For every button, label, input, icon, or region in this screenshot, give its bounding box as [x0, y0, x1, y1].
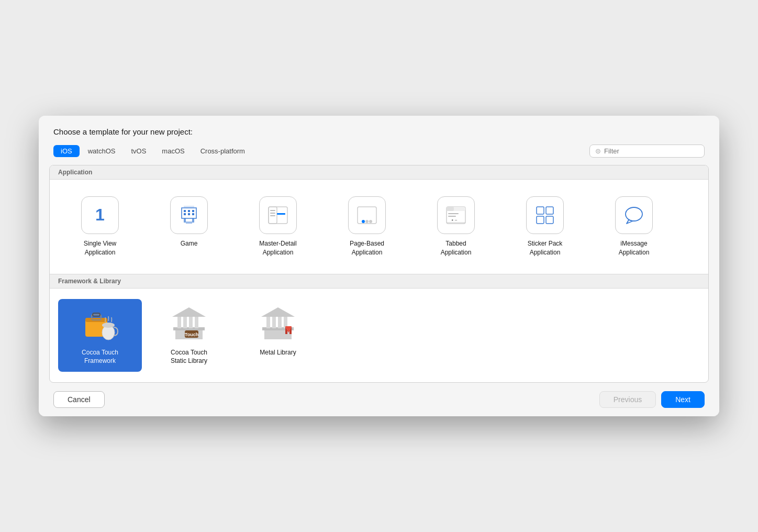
cocoa-fw-label: Cocoa TouchFramework — [82, 348, 118, 366]
template-metal-library[interactable]: Metal Library — [236, 299, 320, 372]
svg-rect-9 — [192, 218, 194, 223]
dialog-footer: Cancel Previous Next — [39, 383, 719, 416]
footer-right: Previous Next — [599, 391, 705, 408]
previous-button[interactable]: Previous — [599, 391, 656, 408]
new-project-dialog: Choose a template for your new project: … — [39, 116, 719, 416]
master-detail-label: Master-DetailApplication — [259, 239, 296, 257]
svg-rect-27 — [448, 213, 459, 214]
template-page-based[interactable]: Page-BasedApplication — [325, 190, 409, 263]
master-detail-icon — [265, 203, 291, 228]
svg-text:•••: ••• — [455, 219, 458, 221]
master-detail-icon-wrap — [259, 196, 297, 234]
svg-rect-4 — [192, 210, 194, 212]
metal-icon-wrap — [259, 305, 297, 343]
imessage-label: iMessageApplication — [619, 239, 650, 257]
game-label: Game — [181, 239, 198, 248]
svg-rect-14 — [270, 210, 275, 211]
cocoa-static-label: Cocoa TouchStatic Library — [171, 348, 207, 366]
svg-point-20 — [369, 220, 372, 223]
tabbed-label: TabbedApplication — [441, 239, 472, 257]
svg-marker-47 — [172, 307, 206, 317]
cocoa-static-icon: Touch — [170, 305, 208, 343]
template-tabbed[interactable]: ★ ••• TabbedApplication — [414, 190, 498, 263]
tabbed-icon-wrap: ★ ••• — [437, 196, 475, 234]
application-grid: 1 Single ViewApplication — [50, 180, 708, 274]
tab-macos[interactable]: macOS — [154, 145, 192, 157]
svg-rect-28 — [448, 216, 456, 217]
framework-section-header: Framework & Library — [50, 274, 708, 289]
tabbed-icon: ★ ••• — [443, 203, 469, 228]
svg-rect-16 — [270, 215, 275, 216]
svg-rect-54 — [278, 317, 282, 328]
sticker-icon — [532, 203, 558, 228]
svg-marker-56 — [261, 307, 295, 317]
svg-marker-34 — [627, 220, 633, 224]
svg-point-18 — [362, 220, 365, 223]
svg-rect-31 — [537, 216, 544, 224]
svg-rect-7 — [192, 213, 194, 215]
tab-watchos[interactable]: watchOS — [81, 145, 123, 157]
svg-text:★: ★ — [451, 218, 454, 221]
tab-cross-platform[interactable]: Cross-platform — [193, 145, 252, 157]
next-button[interactable]: Next — [661, 391, 705, 408]
svg-rect-32 — [546, 216, 553, 224]
svg-rect-8 — [184, 218, 186, 223]
svg-rect-3 — [188, 210, 190, 212]
filter-input[interactable] — [604, 147, 699, 155]
page-based-icon — [354, 203, 380, 228]
application-section-header: Application — [50, 165, 708, 180]
imessage-icon-wrap — [615, 196, 653, 234]
tab-tvos[interactable]: tvOS — [124, 145, 153, 157]
tab-ios[interactable]: iOS — [53, 145, 80, 157]
game-icon-wrap — [170, 196, 208, 234]
svg-rect-2 — [184, 210, 186, 212]
svg-rect-44 — [183, 317, 187, 328]
svg-rect-30 — [546, 207, 553, 214]
page-based-icon-wrap — [348, 196, 386, 234]
imessage-icon — [621, 203, 646, 228]
svg-rect-23 — [447, 207, 454, 211]
cocoa-static-icon-wrap: Touch — [170, 305, 208, 343]
single-view-label: Single ViewApplication — [84, 239, 116, 257]
svg-rect-13 — [277, 213, 285, 215]
metal-icon — [259, 305, 297, 343]
filter-box: ⊜ — [589, 145, 705, 158]
template-sticker-pack[interactable]: Sticker PackApplication — [503, 190, 587, 263]
template-single-view[interactable]: 1 Single ViewApplication — [58, 190, 142, 263]
single-view-icon-wrap: 1 — [81, 196, 119, 234]
dialog-header: Choose a template for your new project: … — [39, 116, 719, 165]
cancel-button[interactable]: Cancel — [53, 391, 105, 408]
tab-bar: iOS watchOS tvOS macOS Cross-platform ⊜ — [53, 145, 705, 158]
page-based-label: Page-BasedApplication — [350, 239, 384, 257]
single-view-icon: 1 — [95, 205, 105, 225]
svg-point-19 — [365, 220, 369, 223]
svg-text:Touch: Touch — [185, 332, 198, 337]
template-imessage[interactable]: iMessageApplication — [592, 190, 676, 263]
svg-rect-10 — [186, 221, 192, 224]
svg-rect-46 — [195, 317, 198, 328]
cocoa-fw-icon-wrap — [81, 305, 119, 343]
svg-point-40 — [102, 323, 115, 328]
filter-icon: ⊜ — [595, 147, 601, 155]
svg-rect-43 — [177, 317, 181, 328]
svg-point-33 — [626, 207, 642, 221]
sticker-label: Sticker PackApplication — [528, 239, 563, 257]
template-content-area: Application 1 Single ViewApplication — [49, 165, 709, 383]
framework-grid: Cocoa TouchFramework — [50, 289, 708, 383]
svg-rect-52 — [266, 317, 270, 328]
game-icon — [176, 203, 202, 228]
svg-rect-5 — [184, 213, 186, 215]
footer-left: Cancel — [53, 391, 105, 408]
sticker-icon-wrap — [526, 196, 564, 234]
cocoa-fw-icon — [81, 305, 119, 343]
svg-rect-15 — [270, 213, 275, 214]
metal-label: Metal Library — [260, 348, 296, 357]
svg-rect-6 — [188, 213, 190, 215]
template-master-detail[interactable]: Master-DetailApplication — [236, 190, 320, 263]
svg-rect-29 — [537, 207, 544, 214]
template-cocoa-touch-framework[interactable]: Cocoa TouchFramework — [58, 299, 142, 372]
template-cocoa-touch-static[interactable]: Touch Cocoa TouchStatic Library — [147, 299, 231, 372]
template-game[interactable]: Game — [147, 190, 231, 263]
svg-rect-45 — [189, 317, 193, 328]
dialog-title: Choose a template for your new project: — [53, 127, 705, 136]
